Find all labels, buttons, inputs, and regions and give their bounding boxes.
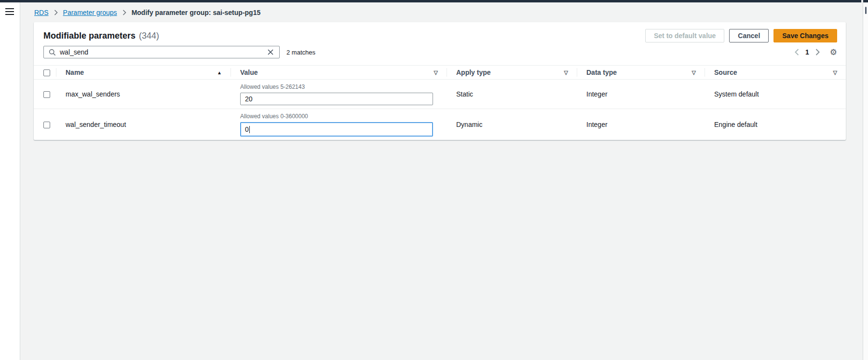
row-checkbox[interactable] — [43, 91, 50, 98]
breadcrumb-link-parameter-groups[interactable]: Parameter groups — [63, 9, 117, 16]
data-type-value: Integer — [577, 80, 705, 109]
collapsed-sidebar — [0, 2, 20, 360]
column-header-name[interactable]: Name▲ — [56, 66, 231, 80]
filter-icon[interactable]: ▽ — [833, 69, 837, 76]
window-top-edge — [0, 0, 868, 2]
hamburger-menu-icon[interactable] — [5, 8, 14, 15]
source-value: System default — [705, 80, 846, 109]
pagination: 1 ⚙ — [791, 47, 837, 57]
data-type-value: Integer — [577, 109, 705, 140]
cancel-button[interactable]: Cancel — [729, 29, 769, 42]
search-query-text: wal_send — [60, 48, 267, 56]
value-input[interactable] — [240, 93, 433, 105]
parameter-name: wal_sender_timeout — [56, 109, 231, 140]
set-to-default-button[interactable]: Set to default value — [645, 29, 724, 42]
table-header-row: Name▲ Value▽ Apply type▽ Data type▽ Sour… — [34, 66, 846, 80]
main-content: RDS Parameter groups Modify parameter gr… — [21, 2, 863, 360]
parameter-name: max_wal_senders — [56, 80, 231, 109]
column-header-value[interactable]: Value▽ — [231, 66, 447, 80]
match-count: 2 matches — [286, 49, 315, 56]
breadcrumb-current-page: Modify parameter group: sai-setup-pg15 — [132, 9, 261, 16]
save-changes-button[interactable]: Save Changes — [773, 29, 837, 42]
parameter-count: (344) — [139, 31, 159, 41]
column-header-source[interactable]: Source▽ — [705, 66, 846, 80]
breadcrumb-link-rds[interactable]: RDS — [34, 9, 49, 16]
value-input[interactable]: 0 — [240, 122, 433, 137]
breadcrumb: RDS Parameter groups Modify parameter gr… — [34, 9, 260, 16]
page-number[interactable]: 1 — [802, 48, 812, 56]
value-input-text: 0 — [245, 125, 249, 133]
column-header-apply-type[interactable]: Apply type▽ — [447, 66, 577, 80]
filter-icon[interactable]: ▽ — [434, 69, 438, 76]
table-row: max_wal_senders Allowed values 5-262143 … — [34, 80, 846, 109]
apply-type-value: Static — [447, 80, 577, 109]
scrollbar-thumb[interactable] — [865, 7, 867, 14]
scrollbar-track[interactable] — [863, 2, 868, 360]
allowed-values-hint: Allowed values 5-262143 — [240, 83, 438, 90]
select-all-checkbox[interactable] — [43, 69, 50, 76]
breadcrumb-chevron-icon — [122, 10, 126, 15]
clear-search-icon[interactable] — [267, 48, 274, 56]
source-value: Engine default — [705, 109, 846, 140]
next-page-icon[interactable] — [812, 47, 823, 57]
window-top-edge-gap — [861, 0, 863, 2]
text-cursor — [249, 126, 250, 133]
table-row: wal_sender_timeout Allowed values 0-3600… — [34, 109, 846, 140]
allowed-values-hint: Allowed values 0-3600000 — [240, 113, 438, 120]
column-header-data-type[interactable]: Data type▽ — [577, 66, 705, 80]
page-title: Modifiable parameters — [43, 31, 136, 41]
apply-type-value: Dynamic — [447, 109, 577, 140]
sort-ascending-icon[interactable]: ▲ — [217, 70, 222, 75]
filter-icon[interactable]: ▽ — [692, 69, 696, 76]
breadcrumb-chevron-icon — [54, 10, 58, 15]
modifiable-parameters-card: Modifiable parameters (344) Set to defau… — [34, 22, 846, 140]
row-checkbox[interactable] — [43, 122, 50, 128]
action-buttons: Set to default value Cancel Save Changes — [645, 29, 837, 42]
preferences-gear-icon[interactable]: ⚙ — [830, 48, 837, 56]
previous-page-icon[interactable] — [791, 47, 802, 57]
filter-icon[interactable]: ▽ — [564, 69, 568, 76]
parameter-search-input[interactable]: wal_send — [43, 46, 280, 58]
parameters-table: Name▲ Value▽ Apply type▽ Data type▽ Sour… — [34, 65, 846, 140]
search-icon — [49, 49, 56, 56]
